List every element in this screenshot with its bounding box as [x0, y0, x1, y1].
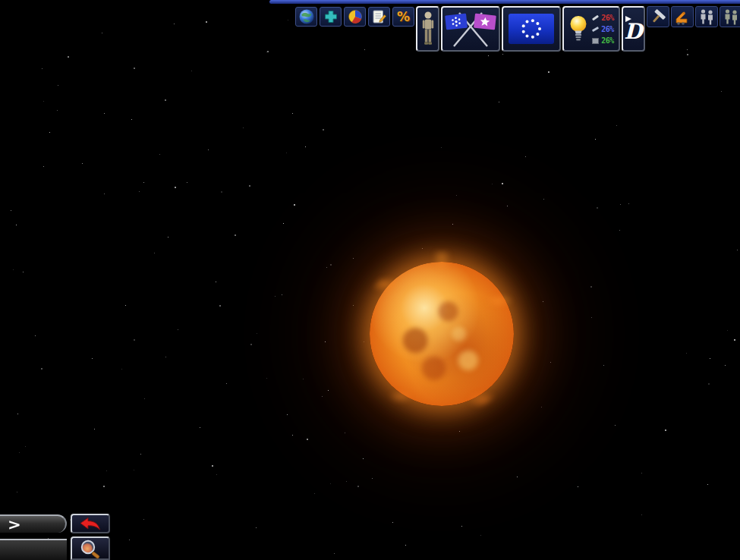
notepad-icon	[371, 8, 388, 25]
toolbar-health-button[interactable]	[320, 7, 342, 27]
toolbar-rates-button[interactable]: %	[392, 7, 414, 27]
flag-d-icon: D	[625, 15, 643, 42]
top-panel-strip	[269, 0, 740, 4]
pennant-icon	[625, 16, 631, 22]
box-icon	[591, 36, 600, 45]
colonist-icon	[421, 11, 435, 47]
figures-icon	[722, 8, 740, 26]
research-allocation-row: 26%	[591, 13, 614, 22]
research-allocation-row: 26%	[591, 24, 614, 33]
diplomacy-button[interactable]	[441, 6, 500, 52]
research-button[interactable]: 26% 26% 26%	[562, 6, 620, 52]
construction-button[interactable]	[647, 6, 669, 27]
magnifier-icon	[77, 538, 103, 559]
test-tube-icon	[591, 14, 600, 22]
game-viewport[interactable]: %	[0, 0, 740, 560]
bottom-left-bar[interactable]: >	[0, 514, 67, 533]
empire-flag-button[interactable]	[502, 6, 561, 52]
percent-icon: %	[397, 9, 410, 24]
pencil-icon	[591, 25, 600, 33]
toolbar-planets-button[interactable]	[295, 7, 317, 27]
earth-icon	[298, 8, 315, 25]
plus-cross-icon	[323, 9, 339, 24]
research-allocation-row: 26%	[591, 36, 614, 45]
crossed-flags-icon	[444, 9, 497, 49]
curved-red-arrow-icon	[78, 517, 102, 530]
sun-star[interactable]	[370, 262, 514, 406]
bottom-left-bar-2[interactable]	[0, 539, 67, 560]
research-allocation-value: 26%	[601, 25, 614, 33]
red-arrow-button[interactable]	[71, 514, 110, 533]
toolbar-statistics-button[interactable]	[344, 7, 366, 27]
units-button[interactable]	[720, 6, 740, 27]
research-allocations: 26% 26% 26%	[591, 13, 614, 45]
designs-letter: D	[624, 21, 642, 42]
chevron-right-icon: >	[8, 516, 21, 533]
troops-button[interactable]	[695, 6, 718, 27]
crane-icon	[673, 8, 691, 26]
ring-of-stars-flag-icon	[505, 10, 558, 48]
toolbar-log-button[interactable]	[368, 7, 390, 27]
magnify-button[interactable]	[71, 536, 110, 560]
mining-button[interactable]	[671, 6, 694, 27]
population-button[interactable]	[416, 6, 439, 52]
pie-chart-icon	[348, 9, 363, 24]
research-allocation-value: 26%	[601, 14, 614, 22]
hammer-icon	[650, 8, 666, 25]
soldiers-icon	[697, 8, 716, 26]
research-allocation-value: 26%	[601, 36, 614, 45]
designs-button[interactable]: D	[622, 6, 645, 52]
lightbulb-icon	[568, 14, 588, 43]
